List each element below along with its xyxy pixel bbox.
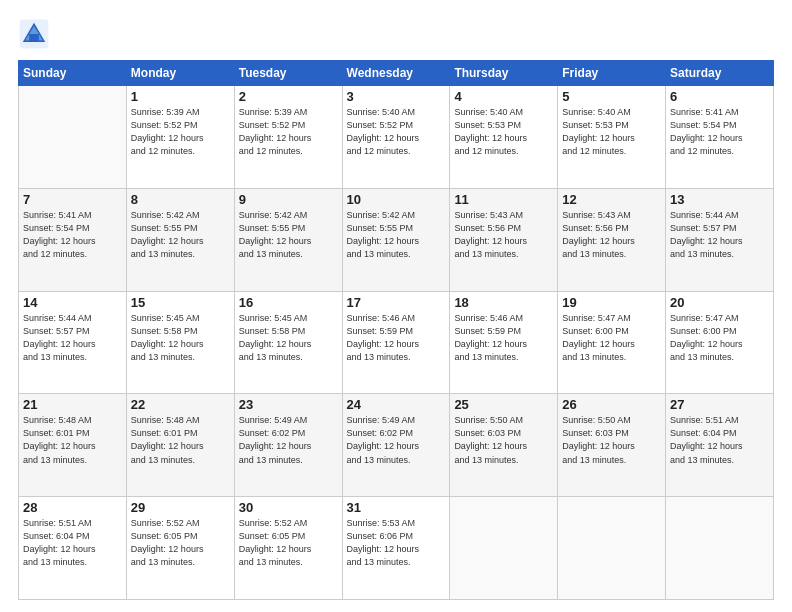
day-number: 1 bbox=[131, 89, 230, 104]
calendar-cell: 15Sunrise: 5:45 AM Sunset: 5:58 PM Dayli… bbox=[126, 291, 234, 394]
day-info: Sunrise: 5:41 AM Sunset: 5:54 PM Dayligh… bbox=[23, 209, 122, 261]
page: SundayMondayTuesdayWednesdayThursdayFrid… bbox=[0, 0, 792, 612]
day-number: 30 bbox=[239, 500, 338, 515]
calendar-header-sunday: Sunday bbox=[19, 61, 127, 86]
calendar-cell: 16Sunrise: 5:45 AM Sunset: 5:58 PM Dayli… bbox=[234, 291, 342, 394]
day-info: Sunrise: 5:44 AM Sunset: 5:57 PM Dayligh… bbox=[670, 209, 769, 261]
day-info: Sunrise: 5:50 AM Sunset: 6:03 PM Dayligh… bbox=[562, 414, 661, 466]
calendar-cell: 18Sunrise: 5:46 AM Sunset: 5:59 PM Dayli… bbox=[450, 291, 558, 394]
calendar-table: SundayMondayTuesdayWednesdayThursdayFrid… bbox=[18, 60, 774, 600]
calendar-cell: 21Sunrise: 5:48 AM Sunset: 6:01 PM Dayli… bbox=[19, 394, 127, 497]
calendar-cell: 6Sunrise: 5:41 AM Sunset: 5:54 PM Daylig… bbox=[666, 86, 774, 189]
day-number: 22 bbox=[131, 397, 230, 412]
calendar-cell: 26Sunrise: 5:50 AM Sunset: 6:03 PM Dayli… bbox=[558, 394, 666, 497]
calendar-cell bbox=[19, 86, 127, 189]
calendar-header-row: SundayMondayTuesdayWednesdayThursdayFrid… bbox=[19, 61, 774, 86]
calendar-cell: 2Sunrise: 5:39 AM Sunset: 5:52 PM Daylig… bbox=[234, 86, 342, 189]
day-number: 28 bbox=[23, 500, 122, 515]
calendar-week-row: 7Sunrise: 5:41 AM Sunset: 5:54 PM Daylig… bbox=[19, 188, 774, 291]
day-number: 29 bbox=[131, 500, 230, 515]
calendar-cell: 10Sunrise: 5:42 AM Sunset: 5:55 PM Dayli… bbox=[342, 188, 450, 291]
calendar-cell: 8Sunrise: 5:42 AM Sunset: 5:55 PM Daylig… bbox=[126, 188, 234, 291]
day-info: Sunrise: 5:41 AM Sunset: 5:54 PM Dayligh… bbox=[670, 106, 769, 158]
calendar-header-wednesday: Wednesday bbox=[342, 61, 450, 86]
day-info: Sunrise: 5:43 AM Sunset: 5:56 PM Dayligh… bbox=[454, 209, 553, 261]
day-info: Sunrise: 5:40 AM Sunset: 5:52 PM Dayligh… bbox=[347, 106, 446, 158]
day-info: Sunrise: 5:40 AM Sunset: 5:53 PM Dayligh… bbox=[562, 106, 661, 158]
day-number: 11 bbox=[454, 192, 553, 207]
calendar-cell: 28Sunrise: 5:51 AM Sunset: 6:04 PM Dayli… bbox=[19, 497, 127, 600]
calendar-cell: 11Sunrise: 5:43 AM Sunset: 5:56 PM Dayli… bbox=[450, 188, 558, 291]
calendar-cell bbox=[450, 497, 558, 600]
day-number: 18 bbox=[454, 295, 553, 310]
day-number: 24 bbox=[347, 397, 446, 412]
day-number: 4 bbox=[454, 89, 553, 104]
calendar-header-saturday: Saturday bbox=[666, 61, 774, 86]
calendar-cell bbox=[666, 497, 774, 600]
calendar-cell: 20Sunrise: 5:47 AM Sunset: 6:00 PM Dayli… bbox=[666, 291, 774, 394]
calendar-cell: 13Sunrise: 5:44 AM Sunset: 5:57 PM Dayli… bbox=[666, 188, 774, 291]
day-info: Sunrise: 5:49 AM Sunset: 6:02 PM Dayligh… bbox=[239, 414, 338, 466]
day-info: Sunrise: 5:51 AM Sunset: 6:04 PM Dayligh… bbox=[670, 414, 769, 466]
day-info: Sunrise: 5:46 AM Sunset: 5:59 PM Dayligh… bbox=[454, 312, 553, 364]
day-info: Sunrise: 5:43 AM Sunset: 5:56 PM Dayligh… bbox=[562, 209, 661, 261]
day-info: Sunrise: 5:46 AM Sunset: 5:59 PM Dayligh… bbox=[347, 312, 446, 364]
calendar-cell: 24Sunrise: 5:49 AM Sunset: 6:02 PM Dayli… bbox=[342, 394, 450, 497]
day-info: Sunrise: 5:47 AM Sunset: 6:00 PM Dayligh… bbox=[670, 312, 769, 364]
calendar-cell: 17Sunrise: 5:46 AM Sunset: 5:59 PM Dayli… bbox=[342, 291, 450, 394]
calendar-cell: 19Sunrise: 5:47 AM Sunset: 6:00 PM Dayli… bbox=[558, 291, 666, 394]
calendar-header-friday: Friday bbox=[558, 61, 666, 86]
day-info: Sunrise: 5:48 AM Sunset: 6:01 PM Dayligh… bbox=[23, 414, 122, 466]
day-number: 12 bbox=[562, 192, 661, 207]
calendar-cell: 5Sunrise: 5:40 AM Sunset: 5:53 PM Daylig… bbox=[558, 86, 666, 189]
calendar-cell: 1Sunrise: 5:39 AM Sunset: 5:52 PM Daylig… bbox=[126, 86, 234, 189]
day-number: 6 bbox=[670, 89, 769, 104]
calendar-cell: 23Sunrise: 5:49 AM Sunset: 6:02 PM Dayli… bbox=[234, 394, 342, 497]
day-info: Sunrise: 5:49 AM Sunset: 6:02 PM Dayligh… bbox=[347, 414, 446, 466]
day-info: Sunrise: 5:42 AM Sunset: 5:55 PM Dayligh… bbox=[131, 209, 230, 261]
day-info: Sunrise: 5:52 AM Sunset: 6:05 PM Dayligh… bbox=[131, 517, 230, 569]
day-number: 5 bbox=[562, 89, 661, 104]
calendar-cell: 14Sunrise: 5:44 AM Sunset: 5:57 PM Dayli… bbox=[19, 291, 127, 394]
calendar-cell: 12Sunrise: 5:43 AM Sunset: 5:56 PM Dayli… bbox=[558, 188, 666, 291]
day-number: 7 bbox=[23, 192, 122, 207]
calendar-week-row: 14Sunrise: 5:44 AM Sunset: 5:57 PM Dayli… bbox=[19, 291, 774, 394]
calendar-cell: 29Sunrise: 5:52 AM Sunset: 6:05 PM Dayli… bbox=[126, 497, 234, 600]
day-info: Sunrise: 5:39 AM Sunset: 5:52 PM Dayligh… bbox=[131, 106, 230, 158]
day-number: 20 bbox=[670, 295, 769, 310]
day-info: Sunrise: 5:47 AM Sunset: 6:00 PM Dayligh… bbox=[562, 312, 661, 364]
day-number: 23 bbox=[239, 397, 338, 412]
day-info: Sunrise: 5:45 AM Sunset: 5:58 PM Dayligh… bbox=[239, 312, 338, 364]
day-info: Sunrise: 5:50 AM Sunset: 6:03 PM Dayligh… bbox=[454, 414, 553, 466]
calendar-cell: 4Sunrise: 5:40 AM Sunset: 5:53 PM Daylig… bbox=[450, 86, 558, 189]
day-number: 26 bbox=[562, 397, 661, 412]
day-number: 10 bbox=[347, 192, 446, 207]
header bbox=[18, 18, 774, 50]
day-info: Sunrise: 5:53 AM Sunset: 6:06 PM Dayligh… bbox=[347, 517, 446, 569]
calendar-cell: 25Sunrise: 5:50 AM Sunset: 6:03 PM Dayli… bbox=[450, 394, 558, 497]
calendar-cell: 22Sunrise: 5:48 AM Sunset: 6:01 PM Dayli… bbox=[126, 394, 234, 497]
calendar-header-monday: Monday bbox=[126, 61, 234, 86]
calendar-cell: 30Sunrise: 5:52 AM Sunset: 6:05 PM Dayli… bbox=[234, 497, 342, 600]
calendar-week-row: 1Sunrise: 5:39 AM Sunset: 5:52 PM Daylig… bbox=[19, 86, 774, 189]
day-number: 13 bbox=[670, 192, 769, 207]
day-number: 27 bbox=[670, 397, 769, 412]
calendar-cell: 31Sunrise: 5:53 AM Sunset: 6:06 PM Dayli… bbox=[342, 497, 450, 600]
day-number: 25 bbox=[454, 397, 553, 412]
day-info: Sunrise: 5:44 AM Sunset: 5:57 PM Dayligh… bbox=[23, 312, 122, 364]
calendar-header-tuesday: Tuesday bbox=[234, 61, 342, 86]
calendar-week-row: 28Sunrise: 5:51 AM Sunset: 6:04 PM Dayli… bbox=[19, 497, 774, 600]
day-number: 17 bbox=[347, 295, 446, 310]
day-info: Sunrise: 5:52 AM Sunset: 6:05 PM Dayligh… bbox=[239, 517, 338, 569]
calendar-cell bbox=[558, 497, 666, 600]
day-number: 2 bbox=[239, 89, 338, 104]
day-number: 19 bbox=[562, 295, 661, 310]
calendar-cell: 7Sunrise: 5:41 AM Sunset: 5:54 PM Daylig… bbox=[19, 188, 127, 291]
day-info: Sunrise: 5:40 AM Sunset: 5:53 PM Dayligh… bbox=[454, 106, 553, 158]
calendar-cell: 3Sunrise: 5:40 AM Sunset: 5:52 PM Daylig… bbox=[342, 86, 450, 189]
calendar-cell: 9Sunrise: 5:42 AM Sunset: 5:55 PM Daylig… bbox=[234, 188, 342, 291]
day-info: Sunrise: 5:42 AM Sunset: 5:55 PM Dayligh… bbox=[239, 209, 338, 261]
day-number: 14 bbox=[23, 295, 122, 310]
calendar-header-thursday: Thursday bbox=[450, 61, 558, 86]
day-number: 8 bbox=[131, 192, 230, 207]
